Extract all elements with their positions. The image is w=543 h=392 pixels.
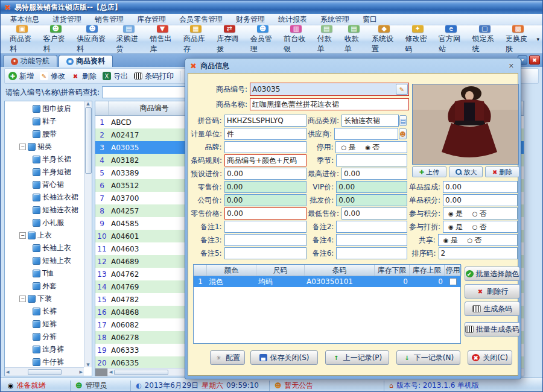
skin-dropdown-icon[interactable]: ▾ bbox=[535, 36, 541, 42]
list-toolbar-button[interactable]: 条码打印 bbox=[134, 71, 174, 81]
config-button[interactable]: ✳ 配置 bbox=[210, 350, 245, 365]
toolbar-button[interactable]: ▼ 销售出库 bbox=[145, 26, 179, 52]
toolbar-button[interactable]: ✦ 修改密码 bbox=[401, 26, 434, 52]
batch-generate-barcode-button[interactable]: 批量生成条码 bbox=[465, 322, 520, 337]
variant-row[interactable]: 1 混色 均码 A030350101 0 0 bbox=[194, 276, 460, 287]
tree-item[interactable]: − 围巾披肩 bbox=[6, 103, 92, 115]
tree-item[interactable]: − 长裤 bbox=[6, 305, 92, 318]
radio-option[interactable]: ◉ 否 bbox=[365, 142, 379, 153]
vip-price-input[interactable] bbox=[336, 181, 407, 193]
preset-price-input[interactable] bbox=[224, 168, 306, 180]
category-picker-icon[interactable]: ▤ bbox=[399, 115, 407, 126]
tree-item[interactable]: − 裙类 bbox=[6, 141, 92, 153]
note3-input[interactable] bbox=[224, 234, 306, 246]
note1-input[interactable] bbox=[224, 221, 306, 233]
menu-item[interactable]: 进货管理 bbox=[46, 14, 87, 25]
previous-record-button[interactable]: ↑ 上一记录(P) bbox=[325, 350, 389, 365]
radio-option[interactable]: ○ 否 bbox=[472, 209, 487, 219]
radio-option[interactable]: ○ 否 bbox=[472, 222, 487, 232]
min-price-input[interactable] bbox=[341, 207, 407, 220]
menu-item[interactable]: 基本信息 bbox=[4, 14, 45, 25]
tree-item[interactable]: − 连身裤 bbox=[6, 343, 92, 356]
tree-item[interactable]: − 背心裙 bbox=[6, 179, 92, 191]
name-input[interactable] bbox=[250, 98, 409, 110]
company-price-input[interactable] bbox=[224, 194, 306, 206]
toolbar-button[interactable]: ▤ 收款单 bbox=[340, 26, 367, 52]
unit-input[interactable] bbox=[224, 128, 306, 140]
commission-input[interactable] bbox=[443, 181, 518, 193]
toolbar-button[interactable]: e 官方网站 bbox=[434, 26, 468, 52]
scroll-down-icon[interactable]: ▼ bbox=[86, 362, 89, 367]
retail-price-input[interactable] bbox=[224, 181, 306, 193]
tab[interactable]: ✦ 功能导航 bbox=[3, 55, 57, 67]
generate-barcode-button[interactable]: 生成条码 bbox=[465, 302, 520, 316]
max-price-input[interactable] bbox=[341, 168, 407, 180]
note4-input[interactable] bbox=[336, 234, 407, 246]
photo-button[interactable]: ✖ 删除 bbox=[485, 166, 519, 177]
tree-item[interactable]: − T恤 bbox=[6, 267, 92, 280]
radio-option[interactable]: ◉ 是 bbox=[448, 222, 463, 232]
brand-input[interactable] bbox=[224, 141, 306, 153]
radio-option[interactable]: ○ 是 bbox=[341, 142, 355, 153]
menu-item[interactable]: 库存管理 bbox=[131, 14, 172, 25]
toolbar-button[interactable]: ⇄ 库存调拨 bbox=[212, 26, 246, 52]
tree-vertical-scrollbar[interactable]: ▲ ▼ bbox=[84, 101, 92, 367]
scroll-right-icon[interactable]: ▶ bbox=[80, 370, 83, 375]
collapse-icon[interactable]: − bbox=[19, 144, 26, 150]
close-tab-button[interactable]: ✖ bbox=[529, 55, 540, 65]
tree-item[interactable]: − 下装 bbox=[6, 292, 92, 305]
toolbar-button[interactable]: ☻ 会员管理 bbox=[246, 26, 279, 52]
toolbar-button[interactable]: ◆ 系统设置 bbox=[367, 26, 401, 52]
note5-input[interactable] bbox=[224, 247, 306, 259]
toolbar-button[interactable]: ▩ 更换皮肤 bbox=[501, 26, 535, 52]
toolbar-button[interactable]: ☻ 供应商资料 bbox=[72, 26, 112, 52]
tree-item[interactable]: − 分裤 bbox=[6, 330, 92, 343]
tree-horizontal-scrollbar[interactable]: ◀ ▶ bbox=[5, 367, 84, 376]
points-input[interactable] bbox=[443, 194, 518, 206]
scrollbar-thumb[interactable] bbox=[114, 370, 168, 375]
toolbar-button[interactable]: ▣ 商品资料 bbox=[5, 26, 39, 52]
list-toolbar-button[interactable]: ✚ 新增 bbox=[8, 71, 34, 81]
list-toolbar-button[interactable]: ✖ 删除 bbox=[71, 71, 97, 81]
scrollbar-thumb[interactable] bbox=[85, 107, 92, 174]
collapse-icon[interactable]: − bbox=[19, 296, 26, 302]
toolbar-button[interactable]: ▢ 锁定系统 bbox=[468, 26, 501, 52]
tree-item[interactable]: − 腰带 bbox=[6, 128, 92, 141]
tree-item[interactable]: − 半身长裙 bbox=[6, 153, 92, 166]
radio-option[interactable]: ○ 否 bbox=[467, 235, 481, 245]
tree-item[interactable]: − 短袖连衣裙 bbox=[6, 204, 92, 217]
scrollbar-thumb[interactable] bbox=[28, 369, 62, 375]
tree-item[interactable]: − 长袖上衣 bbox=[6, 242, 92, 254]
code-input[interactable] bbox=[250, 83, 395, 95]
radio-option[interactable]: ◉ 是 bbox=[443, 235, 458, 245]
scroll-up-icon[interactable]: ▲ bbox=[86, 101, 89, 106]
menu-item[interactable]: 财务管理 bbox=[230, 14, 271, 25]
photo-button[interactable]: 放大 bbox=[449, 166, 483, 177]
tree-item[interactable]: − 短裤 bbox=[6, 318, 92, 330]
edit-code-icon[interactable]: ✎ bbox=[396, 84, 408, 95]
toolbar-button[interactable]: ▤ 付款单 bbox=[313, 26, 340, 52]
tree-item[interactable]: − 短袖上衣 bbox=[6, 254, 92, 267]
tree-item[interactable]: − 长袖连衣裙 bbox=[6, 191, 92, 204]
wholesale-price-input[interactable] bbox=[336, 194, 407, 206]
menu-item[interactable]: 销售管理 bbox=[89, 14, 130, 25]
season-input[interactable] bbox=[336, 154, 407, 166]
scroll-left-icon[interactable]: ◀ bbox=[107, 370, 114, 375]
collapse-icon[interactable]: − bbox=[19, 232, 26, 239]
dialog-close-icon[interactable]: ✕ bbox=[507, 62, 516, 70]
delete-row-button[interactable]: ✖ 删除行 bbox=[465, 284, 520, 299]
supplier-picker-icon[interactable]: ☻ bbox=[399, 128, 407, 139]
menu-item[interactable]: 窗口 bbox=[357, 14, 383, 25]
disabled-checkbox[interactable] bbox=[449, 278, 457, 285]
tree-item[interactable]: − 外套 bbox=[6, 280, 92, 292]
scroll-left-icon[interactable]: ◀ bbox=[6, 370, 9, 375]
radio-option[interactable]: ◉ 是 bbox=[448, 209, 463, 219]
supplier-input[interactable] bbox=[334, 128, 398, 140]
tree-item[interactable]: − 鞋子 bbox=[6, 115, 92, 128]
toolbar-button[interactable]: ☻ 客户资料 bbox=[39, 26, 72, 52]
pinyin-input[interactable] bbox=[224, 115, 306, 127]
toolbar-button[interactable]: ▦ 商品库存 bbox=[179, 26, 212, 52]
tree-item[interactable]: − 半身短裙 bbox=[6, 166, 92, 179]
photo-button[interactable]: ✚ 上传 bbox=[412, 166, 446, 177]
barcode-rule-input[interactable] bbox=[224, 154, 306, 166]
